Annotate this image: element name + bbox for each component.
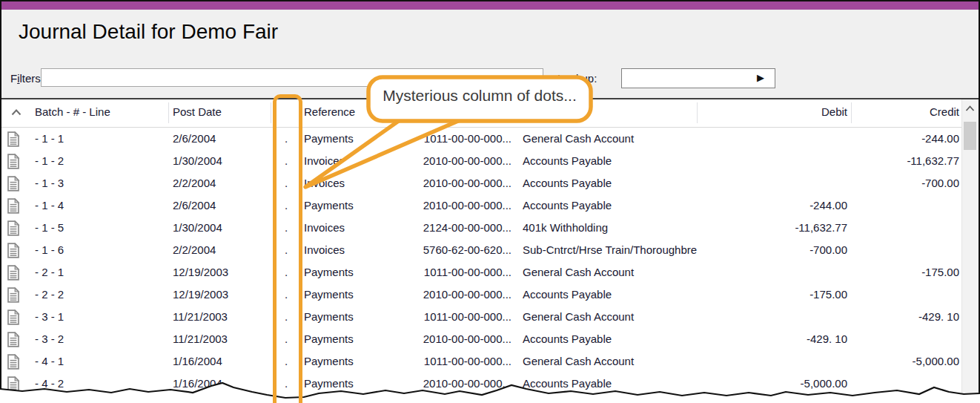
cell-description: General Cash Account <box>514 128 697 150</box>
header-reference[interactable]: Reference <box>302 99 402 127</box>
cell-description: Accounts Payable <box>514 328 697 350</box>
cell-debit: -429. 10 <box>697 328 851 350</box>
header-separator <box>271 102 271 123</box>
cell-credit: -11,632.77 <box>851 150 961 172</box>
cell-reference: Payments <box>302 194 402 217</box>
cell-post_date: 12/19/2003 <box>168 284 271 306</box>
cell-description: 401k Withholding <box>514 217 697 239</box>
cell-credit <box>851 239 961 261</box>
header-account[interactable] <box>402 99 514 127</box>
cell-post_date: 1/16/2004 <box>168 373 271 395</box>
header-separator <box>168 102 169 123</box>
table-row[interactable]: - 1 - 21/30/2004.Invoices2010-00-00-000.… <box>1 150 961 172</box>
header-description[interactable]: Description <box>514 99 697 127</box>
cell-reference: Invoices <box>302 172 402 194</box>
document-icon <box>1 261 28 284</box>
window-border <box>0 0 980 1</box>
cell-dot: . <box>271 306 302 328</box>
vertical-scrollbar[interactable] <box>961 99 979 403</box>
lookup-combobox[interactable]: ▶ <box>621 68 775 88</box>
table-row[interactable]: - 4 - 21/16/2004.Payments2010-00-00-000.… <box>1 373 961 395</box>
table-row[interactable]: - 2 - 212/19/2003.Payments2010-00-00-000… <box>1 284 961 306</box>
table-row[interactable]: - 1 - 12/6/2004.Payments1011-00-00-000..… <box>1 128 961 150</box>
cell-credit: -5,000.00 <box>851 350 961 373</box>
table-row[interactable]: - 3 - 111/21/2003.Payments1011-00-00-000… <box>1 306 961 328</box>
cell-description: General Cash Account <box>514 306 697 328</box>
header-post-date[interactable]: Post Date <box>168 99 271 127</box>
cell-reference: Payments <box>302 373 402 395</box>
cell-batch: - 2 - 1 <box>28 261 168 284</box>
header-separator <box>697 102 698 123</box>
cell-reference: Invoices <box>302 217 402 239</box>
cell-description: Accounts Payable <box>514 373 697 395</box>
cell-reference: Invoices <box>302 239 402 261</box>
cell-dot: . <box>271 217 302 239</box>
cell-batch: - 1 - 1 <box>28 128 168 150</box>
cell-dot: . <box>271 172 302 194</box>
dropdown-arrow-icon[interactable]: ▶ <box>757 72 764 83</box>
cell-batch: - 1 - 4 <box>28 194 168 217</box>
cell-description: Accounts Payable <box>514 150 697 172</box>
document-icon <box>1 306 28 328</box>
header-credit[interactable]: Credit <box>851 99 961 127</box>
cell-dot: . <box>271 373 302 395</box>
cell-dot: . <box>271 261 302 284</box>
cell-batch: - 1 - 2 <box>28 150 168 172</box>
cell-description: General Cash Account <box>514 261 697 284</box>
header-batch[interactable]: Batch - # - Line <box>28 99 168 127</box>
document-icon-glyph <box>7 332 20 347</box>
cell-debit <box>697 128 851 150</box>
sort-ascending-icon <box>11 109 21 116</box>
table-row[interactable]: - 1 - 51/30/2004.Invoices2124-00-00-000.… <box>1 217 961 239</box>
document-icon <box>1 328 28 350</box>
cell-post_date: 11/21/2003 <box>168 306 271 328</box>
cell-description: General Cash Account <box>514 350 697 373</box>
cell-account: 1011-00-00-000... <box>402 350 514 373</box>
cell-dot: . <box>271 128 302 150</box>
document-icon <box>1 194 28 217</box>
header-dots[interactable] <box>271 99 302 127</box>
cell-dot: . <box>271 284 302 306</box>
cell-post_date: 1/30/2004 <box>168 150 271 172</box>
document-icon-glyph <box>7 154 20 169</box>
scrollbar-thumb[interactable] <box>964 122 976 150</box>
document-icon-glyph <box>7 198 20 214</box>
header-separator <box>851 102 852 123</box>
cell-debit: -11,632.77 <box>697 217 851 239</box>
window-border <box>0 0 1 403</box>
table-row[interactable]: - 4 - 11/16/2004.Payments1011-00-00-000.… <box>1 350 961 373</box>
cell-credit: -429. 10 <box>851 306 961 328</box>
table-row[interactable]: - 1 - 62/2/2004.Invoices5760-62-00-620..… <box>1 239 961 261</box>
table-row[interactable]: - 1 - 42/6/2004.Payments2010-00-00-000..… <box>1 194 961 217</box>
header-sort-column[interactable] <box>1 99 28 127</box>
table-row[interactable]: - 2 - 112/19/2003.Payments1011-00-00-000… <box>1 261 961 284</box>
document-icon-glyph <box>7 220 20 236</box>
document-icon-glyph <box>7 354 20 370</box>
cell-dot: . <box>271 328 302 350</box>
cell-post_date: 2/2/2004 <box>168 172 271 194</box>
document-icon-glyph <box>7 309 20 325</box>
header-debit[interactable]: Debit <box>697 99 851 127</box>
cell-reference: Payments <box>302 284 402 306</box>
lookup-label: Lookup: <box>557 72 597 85</box>
cell-reference: Payments <box>302 350 402 373</box>
cell-debit: -175.00 <box>697 284 851 306</box>
filters-input[interactable] <box>41 68 543 87</box>
document-icon-glyph <box>7 176 20 191</box>
cell-account: 2010-00-00-000... <box>402 284 514 306</box>
grid-rows: - 1 - 12/6/2004.Payments1011-00-00-000..… <box>1 128 961 395</box>
cell-credit <box>851 328 961 350</box>
cell-account: 2010-00-00-000... <box>402 194 514 217</box>
cell-debit: -5,000.00 <box>697 373 851 395</box>
table-row[interactable]: - 3 - 211/21/2003.Payments2010-00-00-000… <box>1 328 961 350</box>
window-accent-bar <box>1 1 979 10</box>
scroll-up-icon[interactable] <box>965 105 975 112</box>
document-icon <box>1 150 28 172</box>
cell-account: 1011-00-00-000... <box>402 306 514 328</box>
cell-credit <box>851 373 961 395</box>
table-row[interactable]: - 1 - 32/2/2004.Invoices2010-00-00-000..… <box>1 172 961 194</box>
document-icon <box>1 217 28 239</box>
document-icon-glyph <box>7 131 20 147</box>
journal-grid: Batch - # - Line Post Date Reference Des… <box>1 99 961 395</box>
document-icon <box>1 172 28 194</box>
